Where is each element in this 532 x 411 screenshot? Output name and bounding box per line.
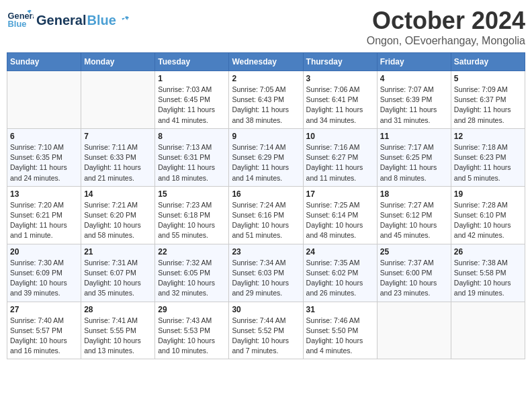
day-number: 3 [306,74,374,83]
calendar-week-row: 27Sunrise: 7:40 AM Sunset: 5:57 PM Dayli… [7,302,525,359]
col-header-friday: Friday [377,53,451,71]
day-info: Sunrise: 7:14 AM Sunset: 6:29 PM Dayligh… [232,142,300,183]
day-info: Sunrise: 7:46 AM Sunset: 5:50 PM Dayligh… [306,316,374,357]
day-number: 26 [454,247,522,257]
calendar-cell: 5Sunrise: 7:09 AM Sunset: 6:37 PM Daylig… [451,71,525,129]
calendar-cell: 12Sunrise: 7:18 AM Sunset: 6:23 PM Dayli… [451,128,525,186]
day-info: Sunrise: 7:20 AM Sunset: 6:21 PM Dayligh… [10,200,78,241]
calendar-cell: 25Sunrise: 7:37 AM Sunset: 6:00 PM Dayli… [377,244,451,302]
day-info: Sunrise: 7:03 AM Sunset: 6:45 PM Dayligh… [158,85,226,126]
calendar-cell: 17Sunrise: 7:25 AM Sunset: 6:14 PM Dayli… [303,186,377,244]
day-info: Sunrise: 7:23 AM Sunset: 6:18 PM Dayligh… [158,200,226,241]
day-info: Sunrise: 7:41 AM Sunset: 5:55 PM Dayligh… [84,316,152,357]
calendar-cell: 3Sunrise: 7:06 AM Sunset: 6:41 PM Daylig… [303,71,377,129]
day-info: Sunrise: 7:40 AM Sunset: 5:57 PM Dayligh… [10,316,78,357]
col-header-saturday: Saturday [451,53,525,71]
day-info: Sunrise: 7:18 AM Sunset: 6:23 PM Dayligh… [454,142,522,183]
calendar-cell: 11Sunrise: 7:17 AM Sunset: 6:25 PM Dayli… [377,128,451,186]
calendar-cell: 14Sunrise: 7:21 AM Sunset: 6:20 PM Dayli… [81,186,155,244]
day-number: 4 [380,74,448,83]
calendar-cell: 19Sunrise: 7:28 AM Sunset: 6:10 PM Dayli… [451,186,525,244]
calendar-cell: 29Sunrise: 7:43 AM Sunset: 5:53 PM Dayli… [155,302,229,359]
day-info: Sunrise: 7:35 AM Sunset: 6:02 PM Dayligh… [306,258,374,299]
calendar-cell: 27Sunrise: 7:40 AM Sunset: 5:57 PM Dayli… [7,302,81,359]
day-info: Sunrise: 7:25 AM Sunset: 6:14 PM Dayligh… [306,200,374,241]
day-info: Sunrise: 7:11 AM Sunset: 6:33 PM Dayligh… [84,142,152,183]
col-header-thursday: Thursday [303,53,377,71]
calendar-cell: 21Sunrise: 7:31 AM Sunset: 6:07 PM Dayli… [81,244,155,302]
day-number: 22 [158,247,226,257]
logo-general: General [36,13,86,28]
calendar-cell: 18Sunrise: 7:27 AM Sunset: 6:12 PM Dayli… [377,186,451,244]
calendar-cell: 16Sunrise: 7:24 AM Sunset: 6:16 PM Dayli… [229,186,303,244]
calendar-cell: 15Sunrise: 7:23 AM Sunset: 6:18 PM Dayli… [155,186,229,244]
calendar-cell: 6Sunrise: 7:10 AM Sunset: 6:35 PM Daylig… [7,128,81,186]
day-number: 23 [232,247,300,257]
day-info: Sunrise: 7:34 AM Sunset: 6:03 PM Dayligh… [232,258,300,299]
day-info: Sunrise: 7:06 AM Sunset: 6:41 PM Dayligh… [306,85,374,126]
day-number: 16 [232,189,300,199]
title-area: October 2024 Ongon, OEvoerhangay, Mongol… [367,7,525,47]
day-info: Sunrise: 7:10 AM Sunset: 6:35 PM Dayligh… [10,142,78,183]
calendar-cell: 8Sunrise: 7:13 AM Sunset: 6:31 PM Daylig… [155,128,229,186]
calendar-cell: 26Sunrise: 7:38 AM Sunset: 5:58 PM Dayli… [451,244,525,302]
day-number: 15 [158,189,226,199]
col-header-sunday: Sunday [7,53,81,71]
calendar-cell: 2Sunrise: 7:05 AM Sunset: 6:43 PM Daylig… [229,71,303,129]
calendar-cell: 4Sunrise: 7:07 AM Sunset: 6:39 PM Daylig… [377,71,451,129]
svg-text:Blue: Blue [8,19,27,29]
calendar-cell: 24Sunrise: 7:35 AM Sunset: 6:02 PM Dayli… [303,244,377,302]
day-number: 6 [10,132,78,141]
calendar-week-row: 13Sunrise: 7:20 AM Sunset: 6:21 PM Dayli… [7,186,525,244]
calendar-cell [451,302,525,359]
calendar-cell: 22Sunrise: 7:32 AM Sunset: 6:05 PM Dayli… [155,244,229,302]
day-info: Sunrise: 7:44 AM Sunset: 5:52 PM Dayligh… [232,316,300,357]
day-number: 9 [232,132,300,141]
day-number: 30 [232,305,300,314]
day-info: Sunrise: 7:43 AM Sunset: 5:53 PM Dayligh… [158,316,226,357]
day-info: Sunrise: 7:07 AM Sunset: 6:39 PM Dayligh… [380,85,448,126]
calendar-week-row: 6Sunrise: 7:10 AM Sunset: 6:35 PM Daylig… [7,128,525,186]
day-info: Sunrise: 7:30 AM Sunset: 6:09 PM Dayligh… [10,258,78,299]
day-info: Sunrise: 7:09 AM Sunset: 6:37 PM Dayligh… [454,85,522,126]
day-number: 20 [10,247,78,257]
day-number: 13 [10,189,78,199]
month-title: October 2024 [367,7,525,35]
logo-bird-icon [118,15,130,25]
day-info: Sunrise: 7:24 AM Sunset: 6:16 PM Dayligh… [232,200,300,241]
day-number: 10 [306,132,374,141]
day-info: Sunrise: 7:27 AM Sunset: 6:12 PM Dayligh… [380,200,448,241]
day-number: 24 [306,247,374,257]
calendar-cell: 30Sunrise: 7:44 AM Sunset: 5:52 PM Dayli… [229,302,303,359]
calendar-body: 1Sunrise: 7:03 AM Sunset: 6:45 PM Daylig… [7,71,525,359]
calendar-cell: 23Sunrise: 7:34 AM Sunset: 6:03 PM Dayli… [229,244,303,302]
calendar-week-row: 1Sunrise: 7:03 AM Sunset: 6:45 PM Daylig… [7,71,525,129]
day-number: 12 [454,132,522,141]
calendar-cell: 13Sunrise: 7:20 AM Sunset: 6:21 PM Dayli… [7,186,81,244]
day-info: Sunrise: 7:17 AM Sunset: 6:25 PM Dayligh… [380,142,448,183]
day-number: 8 [158,132,226,141]
day-info: Sunrise: 7:37 AM Sunset: 6:00 PM Dayligh… [380,258,448,299]
day-number: 14 [84,189,152,199]
calendar-cell [7,71,81,129]
day-number: 31 [306,305,374,314]
calendar-cell: 31Sunrise: 7:46 AM Sunset: 5:50 PM Dayli… [303,302,377,359]
logo-blue: Blue [87,13,116,28]
day-number: 17 [306,189,374,199]
calendar-cell: 9Sunrise: 7:14 AM Sunset: 6:29 PM Daylig… [229,128,303,186]
calendar-cell: 1Sunrise: 7:03 AM Sunset: 6:45 PM Daylig… [155,71,229,129]
day-info: Sunrise: 7:13 AM Sunset: 6:31 PM Dayligh… [158,142,226,183]
calendar-cell [377,302,451,359]
col-header-monday: Monday [81,53,155,71]
day-number: 27 [10,305,78,314]
day-info: Sunrise: 7:21 AM Sunset: 6:20 PM Dayligh… [84,200,152,241]
calendar-cell: 28Sunrise: 7:41 AM Sunset: 5:55 PM Dayli… [81,302,155,359]
day-info: Sunrise: 7:16 AM Sunset: 6:27 PM Dayligh… [306,142,374,183]
day-number: 5 [454,74,522,83]
day-number: 28 [84,305,152,314]
logo-icon: General Blue [7,7,34,34]
location-subtitle: Ongon, OEvoerhangay, Mongolia [367,35,525,47]
day-number: 2 [232,74,300,83]
day-info: Sunrise: 7:31 AM Sunset: 6:07 PM Dayligh… [84,258,152,299]
day-number: 29 [158,305,226,314]
